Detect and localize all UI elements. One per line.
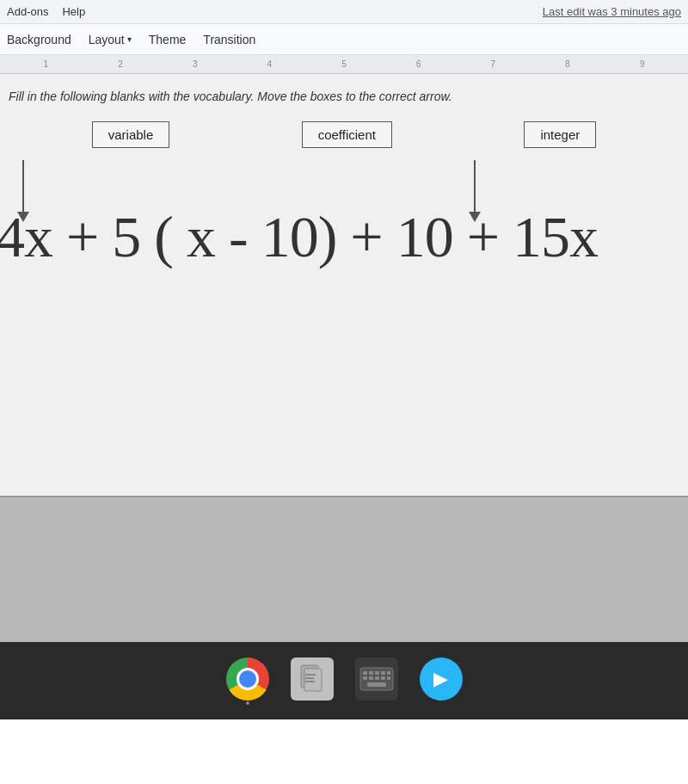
ruler-numbers: 1 2 3 4 5 6 7 8 9 — [9, 59, 679, 69]
math-expression: 4x + 5 ( x - 10) + 10 + 15x — [0, 203, 598, 271]
ruler-tick-1: 1 — [9, 59, 83, 69]
keyboard-svg — [359, 667, 394, 691]
ruler-tick-3: 3 — [157, 59, 232, 69]
svg-rect-4 — [305, 681, 315, 682]
keyboard-icon — [355, 657, 398, 701]
slide-area: Fill in the following blanks with the vo… — [0, 74, 688, 496]
files-icon — [291, 657, 334, 701]
svg-rect-1 — [304, 669, 322, 691]
vocab-box-integer[interactable]: integer — [524, 121, 596, 148]
svg-rect-3 — [305, 677, 314, 679]
svg-rect-14 — [381, 676, 385, 680]
ruler-tick-9: 9 — [605, 59, 679, 69]
svg-rect-15 — [387, 676, 390, 680]
vocab-box-coefficient[interactable]: coefficient — [302, 121, 392, 148]
svg-rect-9 — [381, 671, 385, 675]
svg-rect-6 — [363, 671, 367, 675]
svg-rect-16 — [367, 682, 386, 687]
svg-rect-8 — [375, 671, 379, 675]
taskbar: ▶ — [0, 642, 688, 719]
ruler-tick-8: 8 — [531, 59, 605, 69]
svg-rect-13 — [375, 676, 379, 680]
taskbar-keyboard[interactable] — [353, 655, 400, 702]
svg-rect-2 — [305, 674, 316, 676]
ruler-tick-7: 7 — [456, 59, 531, 69]
taskbar-camera[interactable]: ▶ — [417, 655, 464, 702]
last-edit-label: Last edit was 3 minutes ago — [543, 5, 681, 18]
instruction-text: Fill in the following blanks with the vo… — [9, 90, 452, 103]
ruler: 1 2 3 4 5 6 7 8 9 — [0, 55, 688, 74]
camera-shape: ▶ — [433, 668, 448, 690]
layout-arrow-icon: ▾ — [127, 34, 132, 44]
menu-help[interactable]: Help — [62, 5, 85, 18]
menu-addons[interactable]: Add-ons — [7, 5, 48, 18]
vocab-boxes-container: variable coefficient integer — [0, 121, 688, 148]
files-svg — [299, 664, 325, 694]
toolbar-background[interactable]: Background — [7, 33, 71, 46]
svg-rect-7 — [369, 671, 373, 675]
menu-bar: Add-ons Help Last edit was 3 minutes ago — [0, 0, 688, 24]
taskbar-files[interactable] — [288, 655, 335, 702]
chrome-dot — [246, 701, 249, 705]
lower-gray-area — [0, 496, 688, 642]
ruler-tick-2: 2 — [83, 59, 158, 69]
ruler-tick-6: 6 — [381, 59, 456, 69]
ruler-tick-4: 4 — [232, 59, 307, 69]
toolbar-transition[interactable]: Transition — [203, 33, 255, 46]
toolbar-theme[interactable]: Theme — [149, 33, 187, 46]
svg-rect-11 — [363, 676, 367, 680]
toolbar-layout[interactable]: Layout ▾ — [89, 33, 132, 46]
svg-rect-10 — [387, 671, 390, 675]
toolbar: Background Layout ▾ Theme Transition — [0, 24, 688, 55]
ruler-tick-5: 5 — [307, 59, 382, 69]
vocab-box-variable[interactable]: variable — [92, 121, 170, 148]
camera-icon: ▶ — [420, 657, 463, 701]
slide-content: Fill in the following blanks with the vo… — [0, 74, 688, 496]
chrome-icon — [226, 657, 269, 701]
svg-rect-12 — [369, 676, 373, 680]
taskbar-chrome[interactable] — [224, 655, 271, 702]
